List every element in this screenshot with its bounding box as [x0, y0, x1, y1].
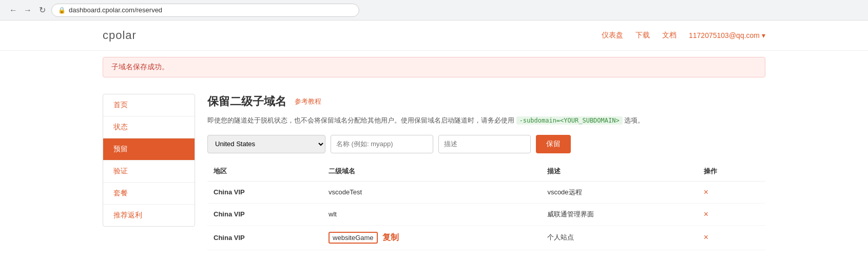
success-banner: 子域名保存成功。: [103, 57, 765, 77]
sidebar-item-reserved[interactable]: 预留: [103, 138, 195, 161]
data-table: 地区 二级域名 描述 操作 China VIP vscodeTest vscod…: [207, 162, 765, 250]
page: cpolar 仪表盘 下载 文档 1172075103@qq.com ▾ 子域名…: [0, 21, 868, 280]
url-text: dashboard.cpolar.com/reserved: [69, 6, 162, 14]
sidebar-item-home[interactable]: 首页: [103, 94, 195, 116]
sidebar-item-verify[interactable]: 验证: [103, 161, 195, 183]
browser-chrome: ← → ↻ 🔒 dashboard.cpolar.com/reserved: [0, 0, 868, 21]
user-email: 1172075103@qq.com: [689, 31, 760, 39]
nav-download[interactable]: 下载: [635, 31, 650, 40]
code-option: -subdomain=<YOUR_SUBDOMAIN>: [516, 116, 623, 125]
table-row: China VIP vscodeTest vscode远程 ×: [207, 181, 765, 203]
cell-action: ×: [698, 225, 765, 250]
cell-desc: 威联通管理界面: [541, 203, 697, 225]
reload-button[interactable]: ↻: [37, 5, 47, 15]
table-row: China VIP websiteGame 复制 个人站点 ×: [207, 225, 765, 250]
desc-input[interactable]: [438, 135, 531, 153]
nav-links: 仪表盘 下载 文档 1172075103@qq.com ▾: [602, 31, 765, 40]
address-bar[interactable]: 🔒 dashboard.cpolar.com/reserved: [51, 4, 359, 17]
page-header: 保留二级子域名 参考教程: [207, 94, 765, 109]
cell-region: China VIP: [207, 225, 322, 250]
right-panel: 保留二级子域名 参考教程 即使您的隧道处于脱机状态，也不会将保留域名分配给其他用…: [207, 94, 765, 250]
col-region: 地区: [207, 162, 322, 182]
cell-region: China VIP: [207, 203, 322, 225]
cell-subdomain: wlt: [322, 203, 541, 225]
top-nav: cpolar 仪表盘 下载 文档 1172075103@qq.com ▾: [0, 21, 868, 51]
save-button[interactable]: 保留: [536, 135, 571, 153]
nav-docs[interactable]: 文档: [662, 31, 677, 40]
form-row: United States China VIP 保留: [207, 135, 765, 153]
col-subdomain: 二级域名: [322, 162, 541, 182]
cell-subdomain: websiteGame 复制: [322, 225, 541, 250]
back-button[interactable]: ←: [8, 5, 18, 15]
sidebar-item-status[interactable]: 状态: [103, 116, 195, 138]
sidebar: 首页 状态 预留 验证 套餐 推荐返利: [103, 94, 195, 227]
cell-action: ×: [698, 181, 765, 203]
logo: cpolar: [103, 29, 137, 42]
copy-button[interactable]: 复制: [382, 233, 399, 242]
cell-action: ×: [698, 203, 765, 225]
col-desc: 描述: [541, 162, 697, 182]
desc-part2: 选项。: [624, 116, 644, 124]
cell-desc: vscode远程: [541, 181, 697, 203]
delete-button[interactable]: ×: [704, 233, 708, 242]
sidebar-item-referral[interactable]: 推荐返利: [103, 205, 195, 226]
delete-button[interactable]: ×: [704, 188, 708, 197]
forward-button[interactable]: →: [23, 5, 33, 15]
cell-region: China VIP: [207, 181, 322, 203]
nav-dashboard[interactable]: 仪表盘: [602, 31, 623, 40]
main-content: 首页 状态 预留 验证 套餐 推荐返利 保留二级子域名 参考教程 即使您的隧道处…: [0, 84, 868, 261]
desc-part1: 即使您的隧道处于脱机状态，也不会将保留域名分配给其他用户。使用保留域名启动隧道时…: [207, 116, 514, 124]
cell-subdomain: vscodeTest: [322, 181, 541, 203]
page-desc: 即使您的隧道处于脱机状态，也不会将保留域名分配给其他用户。使用保留域名启动隧道时…: [207, 114, 765, 127]
user-menu[interactable]: 1172075103@qq.com ▾: [689, 31, 765, 39]
page-title: 保留二级子域名: [207, 94, 286, 109]
name-input[interactable]: [331, 135, 433, 153]
cell-desc: 个人站点: [541, 225, 697, 250]
sidebar-item-plan[interactable]: 套餐: [103, 183, 195, 205]
lock-icon: 🔒: [58, 7, 66, 14]
ref-link[interactable]: 参考教程: [295, 97, 321, 106]
dropdown-arrow: ▾: [762, 31, 765, 39]
highlighted-subdomain: websiteGame: [329, 232, 377, 244]
banner-message: 子域名保存成功。: [111, 63, 169, 71]
region-select[interactable]: United States China VIP: [207, 135, 325, 153]
table-row: China VIP wlt 威联通管理界面 ×: [207, 203, 765, 225]
col-action: 操作: [698, 162, 765, 182]
delete-button[interactable]: ×: [704, 210, 708, 219]
